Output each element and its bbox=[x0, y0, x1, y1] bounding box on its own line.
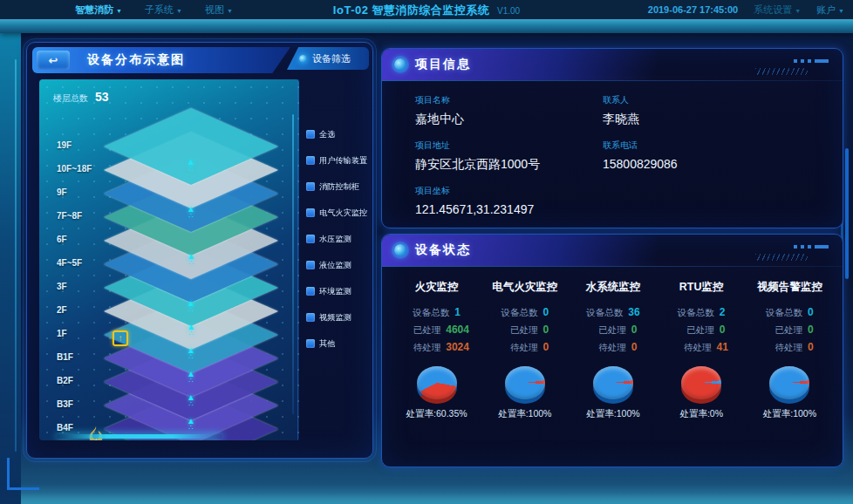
right-edge-decoration bbox=[845, 148, 849, 279]
filter-item-环境监测[interactable]: 环境监测 bbox=[306, 285, 367, 297]
filter-item-其他[interactable]: 其他 bbox=[306, 337, 367, 350]
window-dots-decoration bbox=[794, 59, 829, 63]
status-column-视频告警监控: 视频告警监控设备总数0已处理0待处理0处置率:100% bbox=[746, 275, 834, 420]
panel-body: 楼层总数53 19F10F~18F▲∴9F7F~8F▲∴6F4F~5F▲∴3F2… bbox=[32, 79, 367, 451]
status-row-pending: 待处理3024 bbox=[392, 338, 481, 356]
floor-label: B2F bbox=[57, 376, 107, 385]
status-row-value: 1 bbox=[454, 306, 461, 318]
floor-label: 10F~18F bbox=[57, 164, 107, 174]
field-label: 联系电话 bbox=[603, 140, 790, 152]
checkbox-icon[interactable] bbox=[306, 182, 315, 191]
sprinkler-icon: ▲∴ bbox=[183, 300, 199, 314]
floor-label: B1F bbox=[57, 352, 107, 362]
sprinkler-icon: ▲∴ bbox=[183, 324, 199, 337]
status-column-title: 电气火灾监控 bbox=[481, 280, 569, 295]
status-row-pending: 待处理41 bbox=[658, 338, 746, 356]
floor-total-value: 53 bbox=[95, 90, 109, 104]
account-menu[interactable]: 账户 ▼ bbox=[816, 3, 844, 17]
floor-layer bbox=[104, 108, 278, 185]
checkbox-icon[interactable] bbox=[306, 156, 315, 165]
back-icon: ↩ bbox=[49, 54, 58, 67]
info-field: 项目地址静安区北京西路1000号 bbox=[415, 140, 603, 173]
floor-label: 9F bbox=[57, 187, 107, 197]
status-row-label: 待处理 bbox=[590, 338, 626, 356]
pie-top bbox=[681, 366, 721, 399]
checkbox-icon[interactable] bbox=[306, 130, 315, 139]
disposal-rate-label: 处置率:100% bbox=[569, 408, 657, 420]
panel-header: 项目信息 bbox=[382, 49, 843, 80]
disposal-rate-label: 处置率:100% bbox=[746, 408, 834, 420]
elevator-icon: ↑ bbox=[113, 330, 128, 346]
field-label: 项目名称 bbox=[415, 94, 603, 106]
status-row-value: 2 bbox=[720, 306, 726, 318]
floor-total: 楼层总数53 bbox=[53, 90, 109, 105]
checkbox-icon[interactable] bbox=[306, 313, 315, 322]
status-columns: 火灾监控设备总数1已处理4604待处理3024处置率:60.35%电气火灾监控设… bbox=[382, 266, 843, 420]
nav-menu-子系统[interactable]: 子系统▼ bbox=[145, 3, 182, 17]
checkbox-icon[interactable] bbox=[306, 235, 315, 243]
sprinkler-icon: ▲∴ bbox=[183, 418, 199, 432]
checkbox-icon[interactable] bbox=[306, 208, 315, 217]
status-row-value: 0 bbox=[720, 324, 726, 336]
status-row-label: 待处理 bbox=[675, 338, 712, 356]
status-row-label: 待处理 bbox=[404, 338, 440, 356]
sprinkler-icon: ▲∴ bbox=[183, 371, 199, 385]
nav-menu-视图[interactable]: 视图▼ bbox=[205, 3, 233, 17]
status-column-title: RTU监控 bbox=[658, 280, 746, 295]
filter-item-视频监测[interactable]: 视频监测 bbox=[306, 311, 367, 324]
checkbox-icon[interactable] bbox=[306, 287, 315, 296]
status-row-processed: 已处理4604 bbox=[392, 321, 481, 338]
status-row-pending: 待处理0 bbox=[481, 338, 569, 356]
status-row-label: 已处理 bbox=[404, 321, 440, 338]
chevron-down-icon: ▼ bbox=[176, 8, 182, 14]
checkbox-icon[interactable] bbox=[306, 261, 315, 269]
status-column-水系统监控: 水系统监控设备总数36已处理0待处理0处置率:100% bbox=[569, 275, 657, 420]
back-button[interactable]: ↩ bbox=[37, 51, 70, 70]
account-label: 账户 bbox=[816, 3, 836, 17]
info-field: 联系电话15800829086 bbox=[603, 140, 790, 173]
topbar: 智慧消防▼子系统▼视图▼ IoT-02 智慧消防综合监控系统 V1.00 201… bbox=[0, 0, 853, 19]
nav-menu-label: 视图 bbox=[205, 3, 224, 17]
filter-label: 环境监测 bbox=[319, 286, 351, 297]
status-row-total: 设备总数0 bbox=[481, 303, 569, 321]
field-value: 李晓燕 bbox=[603, 112, 790, 127]
filter-item-液位监测[interactable]: 液位监测 bbox=[306, 259, 367, 271]
filter-item-全选[interactable]: 全选 bbox=[306, 128, 367, 140]
datetime: 2019-06-27 17:45:00 bbox=[648, 4, 738, 15]
status-row-value: 4604 bbox=[446, 324, 469, 336]
status-row-value: 0 bbox=[543, 306, 549, 318]
status-row-processed: 已处理0 bbox=[746, 321, 834, 338]
chevron-down-icon: ▼ bbox=[838, 8, 844, 14]
status-row-label: 已处理 bbox=[590, 321, 626, 338]
filter-item-用户传输装置[interactable]: 用户传输装置 bbox=[306, 154, 367, 167]
disposal-rate-pie bbox=[593, 366, 633, 405]
filter-item-电气火灾监控[interactable]: 电气火灾监控 bbox=[306, 207, 367, 219]
field-value: 嘉地中心 bbox=[415, 112, 603, 127]
filter-tab-label: 设备筛选 bbox=[312, 52, 351, 65]
status-row-label: 设备总数 bbox=[678, 303, 714, 321]
panel-title: 设备分布示意图 bbox=[87, 52, 185, 68]
pie-top bbox=[417, 366, 457, 399]
status-row-label: 已处理 bbox=[678, 321, 714, 338]
floor-label: 1F bbox=[57, 329, 107, 338]
filter-label: 用户传输装置 bbox=[319, 155, 367, 167]
device-filter-tab[interactable]: 设备筛选 bbox=[287, 47, 369, 70]
status-row-value: 0 bbox=[543, 324, 549, 336]
status-row-total: 设备总数0 bbox=[746, 303, 834, 321]
nav-menu-智慧消防[interactable]: 智慧消防▼ bbox=[75, 3, 122, 17]
status-row-total: 设备总数2 bbox=[658, 303, 746, 321]
settings-menu[interactable]: 系统设置 ▼ bbox=[754, 3, 801, 17]
field-value: 静安区北京西路1000号 bbox=[415, 157, 603, 173]
filter-item-水压监测[interactable]: 水压监测 bbox=[306, 233, 367, 245]
status-row-label: 设备总数 bbox=[413, 303, 449, 321]
panel-header: ↩ 设备分布示意图 bbox=[32, 47, 290, 73]
field-label: 项目地址 bbox=[415, 140, 603, 152]
filter-item-消防控制柜[interactable]: 消防控制柜 bbox=[306, 180, 367, 193]
dashboard: 智慧消防▼子系统▼视图▼ IoT-02 智慧消防综合监控系统 V1.00 201… bbox=[0, 0, 853, 504]
left-edge-decoration bbox=[0, 33, 21, 504]
sprinkler-icon: ▲∴ bbox=[183, 394, 199, 408]
checkbox-icon[interactable] bbox=[306, 339, 315, 348]
chevron-down-icon: ▼ bbox=[795, 8, 801, 14]
status-row-value: 3024 bbox=[446, 341, 469, 353]
project-info-grid: 项目名称嘉地中心联系人李晓燕项目地址静安区北京西路1000号联系电话158008… bbox=[382, 80, 843, 216]
